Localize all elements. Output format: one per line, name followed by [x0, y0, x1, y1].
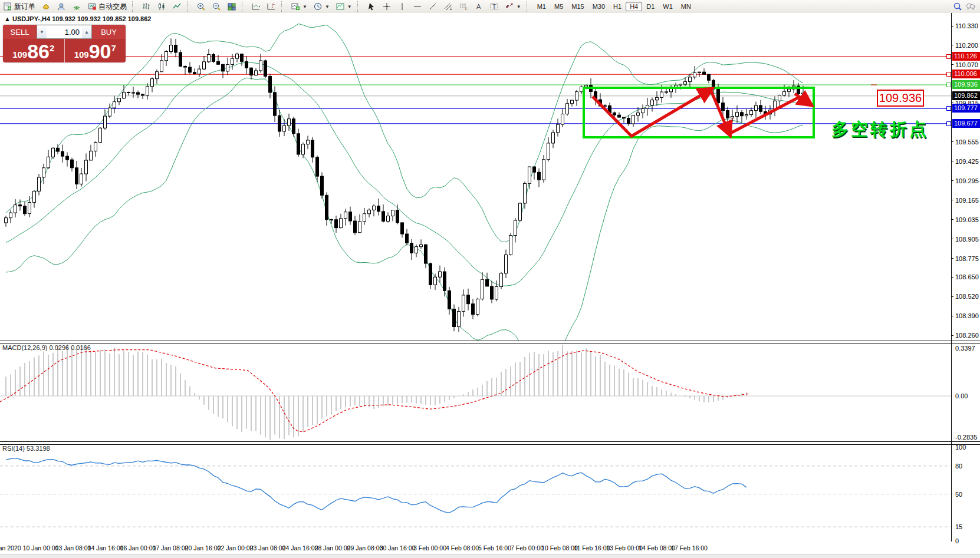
bar-chart-button[interactable]	[139, 0, 154, 13]
timeframe-h1[interactable]: H1	[609, 2, 626, 11]
candle-body	[61, 151, 64, 156]
collapse-arrow-icon[interactable]: ▲	[4, 15, 11, 22]
fibonacci-tool-button[interactable]: F	[456, 0, 471, 13]
chart-shift-button[interactable]	[264, 0, 279, 13]
search-icon[interactable]	[953, 2, 962, 11]
timeframe-d1[interactable]: D1	[642, 2, 659, 11]
timeframe-m30[interactable]: M30	[588, 2, 609, 11]
time-label: 14 Feb 08:00	[639, 544, 675, 552]
candle-body	[217, 61, 220, 64]
candle-body	[552, 133, 555, 143]
time-label: 30 Jan 16:00	[380, 544, 416, 552]
candle-body	[14, 205, 17, 213]
text-tool-button[interactable]: A	[471, 0, 486, 13]
periods-clock-icon	[313, 2, 323, 11]
volume-decrease-button[interactable]: ▼	[37, 25, 47, 38]
cursor-tool-button[interactable]	[364, 0, 379, 13]
signals-button[interactable]	[54, 0, 69, 13]
templates-button[interactable]: ▼	[333, 0, 355, 13]
svg-text:T: T	[492, 4, 496, 10]
symbol-period: USDJPY-,H4	[12, 15, 50, 22]
symbol-ohlc-line[interactable]: ▲ USDJPY-,H4 109.932 109.932 109.852 109…	[4, 15, 151, 22]
candle-body	[406, 234, 409, 243]
candle-body	[363, 214, 366, 222]
crosshair-tool-button[interactable]	[379, 0, 394, 13]
volume-input[interactable]: 1.00	[47, 25, 82, 38]
tile-windows-button[interactable]	[224, 0, 239, 13]
candle-body	[354, 221, 357, 233]
buy-price-big: 90	[89, 41, 111, 61]
auto-trading-button[interactable]: 自动交易	[84, 0, 130, 13]
rsi-pane[interactable]	[0, 444, 951, 542]
vline-tool-button[interactable]	[394, 0, 410, 13]
timeframe-h4[interactable]: H4	[626, 2, 642, 11]
chat-icon[interactable]	[966, 2, 975, 11]
indicators-button[interactable]: ▼	[288, 0, 310, 13]
timeframe-mn[interactable]: MN	[677, 2, 695, 11]
time-label: 16 Jan 00:00	[120, 544, 156, 552]
candle-body	[538, 172, 541, 180]
candle-body	[410, 243, 413, 253]
new-order-button[interactable]: 新订单	[0, 0, 38, 13]
candle-body	[9, 213, 12, 218]
line-chart-button[interactable]	[169, 0, 185, 13]
trendline-tool-button[interactable]	[425, 0, 440, 13]
vps-button[interactable]	[69, 0, 84, 13]
candle-body	[802, 93, 805, 94]
indicators-icon	[291, 2, 300, 11]
candle-body	[491, 286, 494, 299]
periods-button[interactable]: ▼	[310, 0, 333, 13]
auto-scroll-button[interactable]	[248, 0, 264, 13]
price-tick-label: 108.390	[955, 312, 979, 320]
price-chart-pane[interactable]	[0, 13, 951, 341]
label-tool-button[interactable]: T	[486, 0, 502, 13]
candle-body	[759, 105, 762, 111]
price-badge: 109.936	[952, 80, 980, 89]
time-axis[interactable]: Jan 202010 Jan 00:0013 Jan 08:0014 Jan 1…	[0, 543, 951, 553]
zoom-in-button[interactable]	[193, 0, 209, 13]
channel-tool-button[interactable]: E	[440, 0, 456, 13]
macd-signal-line	[0, 350, 750, 432]
arrows-tool-button[interactable]: ▼	[502, 0, 524, 13]
timeframe-m15[interactable]: M15	[567, 2, 588, 11]
macd-pane[interactable]	[0, 343, 951, 441]
zigzag-arrow-up[interactable]	[593, 90, 711, 136]
price-tick	[951, 316, 953, 316]
time-label: 23 Jan 08:00	[250, 544, 286, 552]
sell-button[interactable]: SELL	[3, 25, 37, 39]
candle-body	[5, 218, 8, 223]
candle-body	[66, 156, 69, 160]
toolbar-separator	[357, 1, 362, 12]
candle-body	[623, 117, 626, 118]
candle-body	[160, 61, 163, 72]
sell-price[interactable]: 109 86 2	[3, 39, 65, 62]
timeframe-w1[interactable]: W1	[659, 2, 677, 11]
candle-body	[19, 205, 22, 206]
zigzag-arrow-up2[interactable]	[729, 97, 799, 134]
candle-body	[684, 82, 687, 84]
candle-body	[377, 206, 380, 212]
candle-chart-button[interactable]	[154, 0, 169, 13]
candle-body	[392, 210, 394, 216]
market-button[interactable]	[38, 0, 54, 13]
price-note-box[interactable]: 109.936	[877, 90, 924, 107]
hline-tool-button[interactable]	[410, 0, 425, 13]
rsi-axis-label: 100	[955, 443, 966, 451]
zoom-out-button[interactable]	[209, 0, 224, 13]
price-tick	[951, 180, 953, 181]
candle-body	[736, 113, 739, 117]
buy-button[interactable]: BUY	[92, 25, 126, 39]
candle-body	[316, 157, 319, 176]
buy-price[interactable]: 109 90 7	[65, 39, 126, 62]
candle-body	[71, 160, 74, 168]
volume-stepper: ▼ 1.00 ▲	[37, 25, 92, 39]
price-tick-label: 108.775	[955, 255, 979, 263]
time-label: 28 Jan 00:00	[315, 544, 351, 552]
turning-point-note[interactable]: 多空转折点	[831, 118, 929, 141]
volume-increase-button[interactable]: ▲	[82, 25, 91, 38]
timeframe-m5[interactable]: M5	[550, 2, 567, 11]
candle-body	[307, 140, 310, 144]
toolbar-separator	[187, 1, 192, 12]
chart-window: 110.330110.200110.070109.815109.555109.4…	[0, 13, 980, 558]
timeframe-m1[interactable]: M1	[533, 2, 550, 11]
